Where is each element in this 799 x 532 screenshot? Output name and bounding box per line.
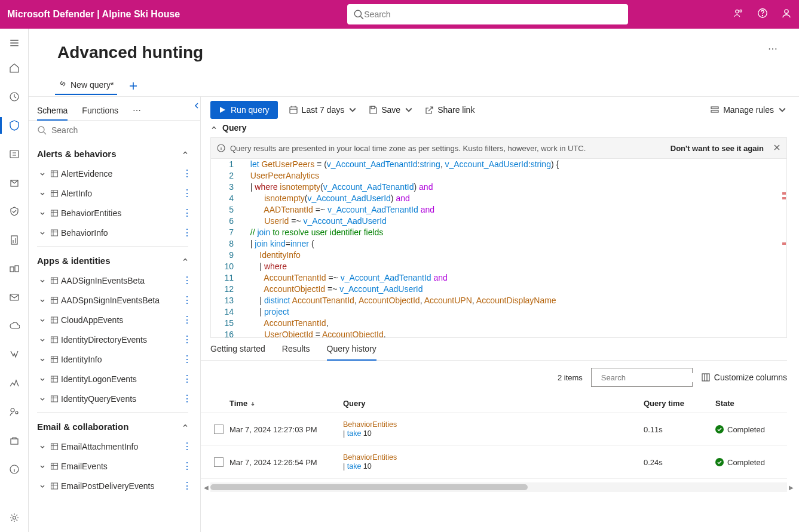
tab-getting-started[interactable]: Getting started [210,344,265,360]
tab-results[interactable]: Results [282,344,310,360]
schema-table-row[interactable]: EmailAttachmentInfo⋮ [29,436,197,456]
schema-search-input[interactable] [51,125,192,135]
time-range-dropdown[interactable]: Last 7 days [289,105,358,115]
scroll-left-icon[interactable]: ◀ [202,482,210,492]
table-more-icon[interactable]: ⋮ [182,294,197,306]
nav-endpoint-icon[interactable] [0,340,29,369]
table-more-icon[interactable]: ⋮ [182,314,197,325]
collapse-panel-icon[interactable] [192,102,201,112]
history-query: BehaviorEntities| take 10 [343,453,644,471]
tab-query-history[interactable]: Query history [327,344,376,360]
customize-columns-button[interactable]: Customize columns [701,373,787,382]
schema-table-row[interactable]: AADSpnSignInEventsBeta⋮ [29,290,197,310]
col-state[interactable]: State [715,399,787,408]
query-tab[interactable]: New query* [55,79,117,94]
nav-settings-icon[interactable] [0,503,29,532]
schema-table-row[interactable]: BehaviorInfo⋮ [29,223,197,242]
app-title: Microsoft Defender | Alpine Ski House [7,9,180,20]
query-section-toggle[interactable]: Query [201,123,787,137]
nav-home-icon[interactable] [0,54,29,82]
nav-secure-score-icon[interactable] [0,197,29,226]
schema-table-row[interactable]: IdentityQueryEvents⋮ [29,389,197,408]
nav-inventory-icon[interactable] [0,426,29,455]
table-more-icon[interactable]: ⋮ [182,373,197,385]
account-icon[interactable] [781,8,792,21]
tab-schema[interactable]: Schema [37,106,68,120]
global-search[interactable] [347,4,628,24]
schema-table-row[interactable]: IdentityLogonEvents⋮ [29,369,197,389]
table-icon [48,316,61,324]
global-search-input[interactable] [364,10,622,19]
nav-identity-icon[interactable] [0,398,29,426]
table-more-icon[interactable]: ⋮ [182,480,197,491]
table-more-icon[interactable]: ⋮ [182,353,197,365]
schema-table-row[interactable]: CloudAppEvents⋮ [29,310,197,330]
col-time[interactable]: Time [229,399,343,408]
table-more-icon[interactable]: ⋮ [182,334,197,345]
banner-dismiss-link[interactable]: Don't want to see it again [671,144,764,153]
svg-point-0 [355,10,362,17]
nav-cloud-icon[interactable] [0,312,29,340]
table-more-icon[interactable]: ⋮ [182,393,197,404]
schema-table-row[interactable]: AADSignInEventsBeta⋮ [29,270,197,290]
schema-search[interactable] [29,121,200,140]
history-search[interactable] [591,368,693,387]
schema-group-header[interactable]: Apps & identities [29,247,197,270]
help-icon[interactable] [757,8,768,21]
schema-group-header[interactable]: Email & collaboration [29,413,197,436]
run-query-button[interactable]: Run query [210,101,278,119]
tab-functions[interactable]: Functions [82,106,118,120]
table-more-icon[interactable]: ⋮ [182,227,197,238]
nav-submissions-icon[interactable] [0,168,29,197]
chevron-up-icon [179,255,192,266]
table-more-icon[interactable]: ⋮ [182,441,197,452]
nav-partners-icon[interactable] [0,254,29,283]
schema-table-row[interactable]: AlertEvidence⋮ [29,164,197,183]
scroll-thumb[interactable] [210,484,528,490]
page-more-icon[interactable]: ⋯ [768,43,777,54]
schema-table-row[interactable]: AlertInfo⋮ [29,183,197,203]
chevron-down-icon [37,277,48,284]
nav-info-icon[interactable] [0,455,29,484]
schema-table-row[interactable]: EmailPostDeliveryEvents⋮ [29,476,197,496]
nav-hunting-icon[interactable] [0,111,29,140]
table-more-icon[interactable]: ⋮ [182,275,197,286]
horizontal-scrollbar[interactable]: ◀ ▶ [210,482,787,492]
schema-table-name: AlertEvidence [61,169,112,179]
table-more-icon[interactable]: ⋮ [182,168,197,179]
schema-table-row[interactable]: EmailEvents⋮ [29,456,197,476]
banner-close-icon[interactable] [773,144,780,153]
manage-rules-dropdown[interactable]: Manage rules [710,105,787,115]
nav-analytics-icon[interactable] [0,369,29,398]
schema-group-title: Email & collaboration [37,422,128,432]
history-row[interactable]: Mar 7, 2024 12:26:54 PMBehaviorEntities|… [201,446,787,479]
schema-group-header[interactable]: Alerts & behaviors [29,140,197,164]
row-checkbox[interactable] [208,425,229,434]
scroll-right-icon[interactable]: ▶ [787,482,795,492]
svg-rect-68 [290,107,297,113]
tab-more-icon[interactable]: ⋯ [133,106,141,120]
col-query[interactable]: Query [343,399,644,408]
nav-actions-icon[interactable] [0,140,29,168]
nav-email-icon[interactable] [0,283,29,312]
history-row[interactable]: Mar 7, 2024 12:27:03 PMBehaviorEntities|… [201,413,787,446]
table-more-icon[interactable]: ⋮ [182,207,197,219]
share-link-button[interactable]: Share link [424,105,474,115]
save-dropdown[interactable]: Save [368,105,414,115]
code-editor[interactable]: 12345678910111213141516 let GetUserPeers… [210,159,787,338]
add-query-tab-icon[interactable] [128,81,139,94]
col-query-time[interactable]: Query time [644,399,715,408]
people-icon[interactable] [733,8,744,21]
table-more-icon[interactable]: ⋮ [182,187,197,199]
table-more-icon[interactable]: ⋮ [182,460,197,472]
schema-table-row[interactable]: IdentityInfo⋮ [29,349,197,369]
menu-toggle-icon[interactable] [0,35,29,51]
schema-table-row[interactable]: IdentityDirectoryEvents⋮ [29,330,197,349]
schema-table-row[interactable]: BehaviorEntities⋮ [29,203,197,223]
svg-rect-62 [51,463,58,469]
history-search-input[interactable] [601,373,702,382]
nav-incidents-icon[interactable] [0,82,29,111]
svg-rect-19 [11,439,18,444]
row-checkbox[interactable] [208,457,229,467]
nav-reports-icon[interactable] [0,226,29,254]
